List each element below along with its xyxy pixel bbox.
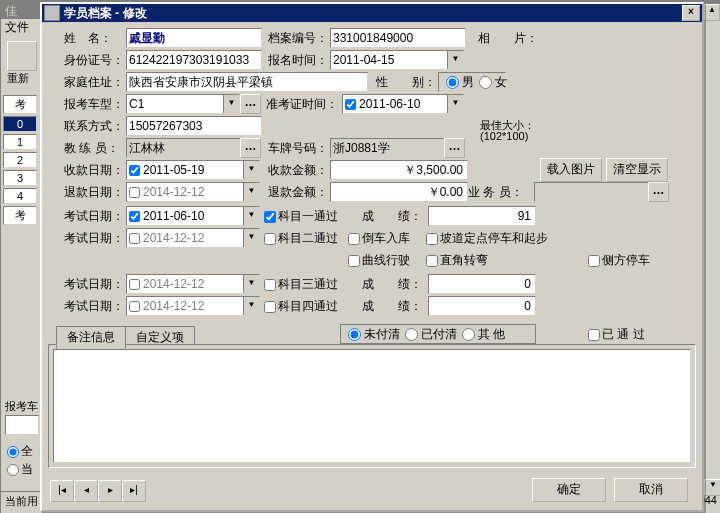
- radio-payment: 未付清 已付清 其 他: [340, 324, 536, 344]
- refresh-label: 重新: [7, 71, 29, 86]
- input-fileno[interactable]: 331001849000: [330, 28, 466, 48]
- coach-lookup-button[interactable]: …: [240, 138, 261, 158]
- photo-box: [548, 28, 650, 128]
- sidebar-cell[interactable]: 3: [3, 170, 37, 186]
- lbl-name: 姓 名：: [64, 30, 112, 47]
- input-addr[interactable]: 陕西省安康市汉阴县平梁镇: [126, 72, 368, 92]
- input-score1[interactable]: 91: [428, 206, 536, 226]
- input-score3[interactable]: 0: [428, 274, 536, 294]
- date-exam2[interactable]: 2014-12-12▼: [126, 228, 260, 248]
- input-name[interactable]: 戚显勤: [126, 28, 262, 48]
- student-dialog: 学员档案 - 修改 × 姓 名： 戚显勤 档案编号： 331001849000 …: [40, 2, 704, 512]
- chk-curve[interactable]: [348, 255, 360, 267]
- plate-lookup-button[interactable]: …: [444, 138, 465, 158]
- input-recvamt[interactable]: ￥3,500.00: [330, 160, 468, 180]
- lbl-exam2: 考试日期：: [64, 230, 124, 247]
- tab-notes[interactable]: 备注信息: [56, 326, 126, 349]
- lbl-recvdate: 收款日期：: [64, 162, 124, 179]
- bottom-combo[interactable]: [5, 415, 39, 435]
- lbl-exam4: 考试日期：: [64, 298, 124, 315]
- input-coach[interactable]: 江林林: [126, 138, 244, 158]
- chk-k2pass[interactable]: [264, 233, 276, 245]
- load-image-button[interactable]: 载入图片: [540, 158, 602, 182]
- chevron-down-icon[interactable]: ▼: [243, 207, 259, 225]
- radio-current[interactable]: [7, 464, 19, 476]
- date-refund[interactable]: 2014-12-12▼: [126, 182, 260, 202]
- chk-sidepark[interactable]: [588, 255, 600, 267]
- chevron-down-icon[interactable]: ▼: [243, 161, 259, 179]
- lbl-exam3: 考试日期：: [64, 276, 124, 293]
- ok-button[interactable]: 确定: [532, 478, 606, 502]
- sidebar-cell[interactable]: 考: [3, 206, 37, 225]
- input-score4[interactable]: 0: [428, 296, 536, 316]
- nav-next-icon[interactable]: ▸: [98, 480, 122, 502]
- select-cartype[interactable]: C1▼: [126, 94, 240, 114]
- lbl-coach: 教 练 员：: [64, 140, 119, 157]
- date-exam1[interactable]: 2011-06-10▼: [126, 206, 260, 226]
- date-recv[interactable]: 2011-05-19▼: [126, 160, 260, 180]
- lbl-refundamt: 退款金额：: [268, 184, 328, 201]
- nav-prev-icon[interactable]: ◂: [74, 480, 98, 502]
- record-nav: |◂ ◂ ▸ ▸|: [50, 480, 146, 502]
- radio-female[interactable]: [479, 76, 492, 89]
- refresh-icon[interactable]: [7, 41, 37, 71]
- input-refundamt[interactable]: ￥0.00: [330, 182, 468, 202]
- nav-first-icon[interactable]: |◂: [50, 480, 74, 502]
- lbl-contact: 联系方式：: [64, 118, 124, 135]
- salesman-lookup-button[interactable]: …: [648, 182, 669, 202]
- sidebar-cell[interactable]: 考: [3, 95, 37, 114]
- radio-other[interactable]: [462, 328, 475, 341]
- chk-passed[interactable]: [588, 329, 600, 341]
- chevron-down-icon[interactable]: ▼: [447, 51, 463, 69]
- sidebar-cell[interactable]: 2: [3, 152, 37, 168]
- sidebar-cell[interactable]: 1: [3, 134, 37, 150]
- radio-clear[interactable]: [405, 328, 418, 341]
- lbl-salesman: 业 务 员：: [468, 184, 523, 201]
- status-left: 当前用: [5, 494, 38, 512]
- dialog-titlebar[interactable]: 学员档案 - 修改 ×: [42, 4, 702, 22]
- date-permit[interactable]: 2011-06-10▼: [342, 94, 464, 114]
- chk-rightangle[interactable]: [426, 255, 438, 267]
- input-plate[interactable]: 浙J0881学: [330, 138, 448, 158]
- radio-all[interactable]: [7, 446, 19, 458]
- lbl-regtime: 报名时间：: [268, 52, 328, 69]
- input-salesman[interactable]: [534, 182, 652, 202]
- lbl-score4: 成 绩：: [362, 298, 422, 315]
- cancel-button[interactable]: 取消: [614, 478, 688, 502]
- chk-k1pass[interactable]: [264, 211, 276, 223]
- date-exam4[interactable]: 2014-12-12▼: [126, 296, 260, 316]
- clear-image-button[interactable]: 清空显示: [606, 158, 668, 182]
- chk-k3pass[interactable]: [264, 279, 276, 291]
- lbl-sex: 性 别：: [376, 74, 436, 91]
- chevron-down-icon[interactable]: ▼: [447, 95, 463, 113]
- menu-file[interactable]: 文件: [5, 19, 29, 36]
- radio-sex[interactable]: 男 女: [438, 72, 506, 92]
- input-contact[interactable]: 15057267303: [126, 116, 262, 136]
- scroll-up[interactable]: ▲: [704, 4, 720, 21]
- lbl-score1: 成 绩：: [362, 208, 422, 225]
- chevron-down-icon[interactable]: ▼: [243, 183, 259, 201]
- notes-textarea[interactable]: [53, 349, 691, 463]
- radio-unclear[interactable]: [348, 328, 361, 341]
- sidebar-cell[interactable]: 4: [3, 188, 37, 204]
- lbl-refunddate: 退款日期：: [64, 184, 124, 201]
- scroll-down[interactable]: ▼: [704, 479, 720, 496]
- tab-panel: [48, 344, 696, 468]
- input-id[interactable]: 612422197303191033: [126, 50, 262, 70]
- cartype-lookup-button[interactable]: …: [240, 94, 261, 114]
- select-regtime[interactable]: 2011-04-15▼: [330, 50, 464, 70]
- chevron-down-icon[interactable]: ▼: [243, 229, 259, 247]
- bottom-label: 报考车: [5, 399, 38, 414]
- chk-k4pass[interactable]: [264, 301, 276, 313]
- chevron-down-icon[interactable]: ▼: [243, 297, 259, 315]
- chk-reverse[interactable]: [348, 233, 360, 245]
- chk-slope[interactable]: [426, 233, 438, 245]
- chevron-down-icon[interactable]: ▼: [223, 95, 239, 113]
- chevron-down-icon[interactable]: ▼: [243, 275, 259, 293]
- nav-last-icon[interactable]: ▸|: [122, 480, 146, 502]
- sidebar-cell[interactable]: 0: [3, 116, 37, 132]
- date-exam3[interactable]: 2014-12-12▼: [126, 274, 260, 294]
- close-icon[interactable]: ×: [682, 5, 700, 21]
- radio-male[interactable]: [446, 76, 459, 89]
- lbl-plate: 车牌号码：: [268, 140, 328, 157]
